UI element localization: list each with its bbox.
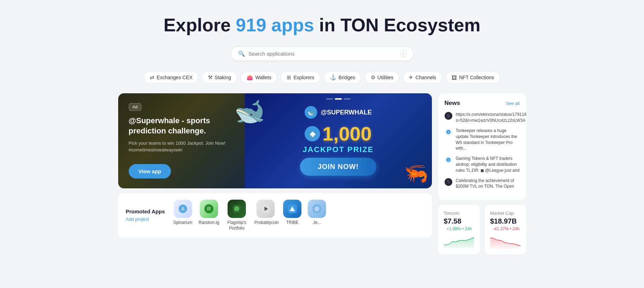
news-text-1: https://x.com/ekinctuna/status/179116 s=… [456,112,527,124]
promoted-apps-list: A Spinarium R Random.tg Fl [173,200,326,231]
pill-label: NFT Collections [459,75,494,80]
search-section: 🔍 / [118,46,526,61]
pill-label: Bridges [339,75,355,80]
search-icon: 🔍 [238,50,245,57]
market-cap-label: Market Cap [490,211,521,216]
channels-icon: ✈ [409,74,413,81]
pill-label: Utilities [377,75,393,80]
svg-point-11 [314,206,319,211]
app-name-probably: Probablycoin [254,220,277,226]
news-icon-2: T [445,128,452,136]
news-text-2: Tonkeeper releases a huge update Tonkeep… [456,128,520,151]
svg-text:A: A [181,206,185,212]
news-item-1: 𝕏 https://x.com/ekinctuna/status/179116 … [445,112,520,124]
toncoin-change: +1.08% • 24h [447,226,472,231]
ad-banner: Ad @Superwhale - sports prediction chall… [118,93,432,188]
jackpot-label: JACKPOT PRIZE [302,145,374,154]
pill-label: Staking [215,75,231,80]
market-cap-price-row: $18.97B -41.37% • 24h [490,217,521,232]
category-pills: ⇄ Exchanges CEX ⚒ Staking 👛 Wallets ⊞ Ex… [118,71,526,83]
pill-nft-collections[interactable]: 🖼 NFT Collections [446,71,500,83]
search-bar: 🔍 / [231,46,414,61]
news-header: News See all [445,100,520,107]
news-text-4: Celebrating the achievement of $200M TVL… [456,178,520,190]
hero-post: in TON Ecosystem [314,15,480,35]
see-all-link[interactable]: See all [506,101,520,106]
dot-1 [326,98,333,100]
pill-wallets[interactable]: 👛 Wallets [241,71,277,83]
svg-text:T: T [447,131,449,134]
jackpot-amount: ◈ 1,000 [305,122,371,145]
promoted-label-section: Promoted Apps Add project [126,208,165,222]
search-shortcut: / [401,50,406,57]
whale-illustration: 🐋 [234,97,265,126]
ad-right-panel: 🐋 🐋 @SUPERWHALE ◈ 1,000 JACKPOT PRIZE JO… [245,93,432,188]
promoted-app-flagship[interactable]: Flagship's Portfolio [225,200,248,231]
hero-title: Explore 919 apps in TON Ecosystem [118,14,526,36]
promoted-app-spinarium[interactable]: A Spinarium [173,200,192,231]
news-text-3: Gaming Tokens & NFT traders airdrop: eli… [456,156,520,173]
app-icon-probably [256,200,275,218]
news-panel: News See all 𝕏 https://x.com/ekinctuna/s… [438,93,526,200]
pill-label: Exchanges CEX [157,75,192,80]
app-icon-tribe [283,200,301,218]
jackpot-number: 1,000 [322,122,371,145]
toncoin-chart [444,234,474,249]
promoted-apps-section: Promoted Apps Add project A Spinarium R [118,193,432,237]
explorers-icon: ⊞ [287,74,291,81]
market-cap-change: -41.37% • 24h [493,226,520,231]
hero-mid: apps [266,15,314,35]
price-panels: Toncoin $7.58 +1.08% • 24h [438,205,526,254]
app-name-random: Random.tg [199,220,219,226]
staking-icon: ⚒ [208,74,212,81]
promoted-app-tribe[interactable]: TRIBE [283,200,301,231]
app-name-tribe: TRIBE [286,220,299,226]
app-icon-spinarium: A [174,200,192,218]
main-area: Ad @Superwhale - sports prediction chall… [118,93,526,254]
svg-text:R: R [207,206,211,212]
superwhale-avatar: 🐋 [305,106,317,119]
promoted-app-probably[interactable]: Probablycoin [254,200,277,231]
svg-point-5 [234,206,239,211]
pill-bridges[interactable]: ⚓ Bridges [324,71,361,83]
svg-text:T: T [447,159,449,162]
pill-label: Channels [415,75,436,80]
app-icon-random: R [200,200,218,218]
promoted-title: Promoted Apps [126,208,165,214]
nft-collections-icon: 🖼 [452,75,457,81]
app-name-spinarium: Spinarium [173,220,192,226]
add-project-link[interactable]: Add project [126,217,149,222]
news-icon-3: T [445,156,452,164]
news-item-2: T Tonkeeper releases a huge update Tonke… [445,128,520,151]
pill-staking[interactable]: ⚒ Staking [202,71,237,83]
hero-pre: Explore [164,15,236,35]
news-item-4: 𝕏 Celebrating the achievement of $200M T… [445,178,520,190]
bridges-icon: ⚓ [330,74,337,81]
pill-utilities[interactable]: ⚙ Utilities [365,71,399,83]
content-area: Ad @Superwhale - sports prediction chall… [118,93,432,237]
pill-explorers[interactable]: ⊞ Explorers [281,71,320,83]
app-name-flagship: Flagship's Portfolio [225,220,248,231]
promoted-app-random[interactable]: R Random.tg [199,200,219,231]
news-item-3: T Gaming Tokens & NFT traders airdrop: e… [445,156,520,173]
ad-description: Pick your teams to win 1000 Jackpot. Joi… [129,140,234,154]
view-app-button[interactable]: View app [129,164,171,179]
right-sidebar: News See all 𝕏 https://x.com/ekinctuna/s… [438,93,526,254]
news-icon-4: 𝕏 [445,178,452,186]
fish-illustration: 🦐 [404,162,428,185]
search-input[interactable] [249,51,397,57]
wallets-icon: 👛 [247,74,253,81]
join-now-button[interactable]: JOIN NOW! [300,158,376,176]
app-name-je: Je... [313,220,321,226]
pill-label: Wallets [255,75,271,80]
pill-exchanges-cex[interactable]: ⇄ Exchanges CEX [144,71,198,83]
ad-badge: Ad [129,103,142,111]
hero-count: 919 [236,15,266,35]
news-icon-1: 𝕏 [445,112,452,120]
pill-label: Explorers [293,75,314,80]
carousel-dots [326,98,351,100]
promoted-app-je[interactable]: Je... [308,200,326,231]
pill-channels[interactable]: ✈ Channels [403,71,442,83]
ad-title: @Superwhale - sports prediction challeng… [129,116,234,136]
toncoin-price: $7.58 [444,217,461,225]
